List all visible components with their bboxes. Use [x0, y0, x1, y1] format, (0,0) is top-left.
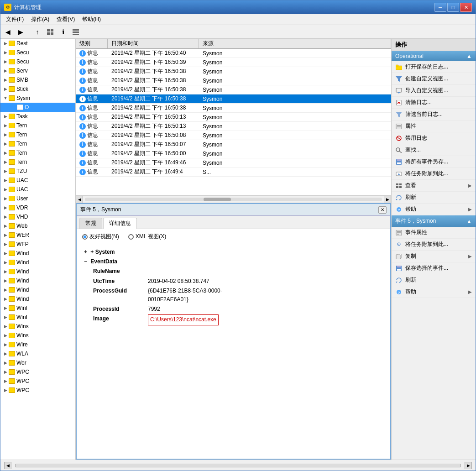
tree-item-winl[interactable]: ▶ Winl	[0, 304, 75, 313]
tree-item-wind6[interactable]: ▶ Wind	[0, 294, 75, 304]
action-import-custom-view[interactable]: 导入自定义视图...	[392, 85, 476, 97]
horizontal-scrollbar[interactable]: ◀ ▶	[76, 195, 391, 203]
action-create-custom-view[interactable]: 创建自定义视图...	[392, 73, 476, 85]
tab-general[interactable]: 常规	[79, 218, 102, 229]
status-scroll-track[interactable]	[15, 464, 461, 467]
table-row[interactable]: i信息 2019/4/2 星期二 下午 16:49:4 S...	[76, 167, 391, 177]
eventdata-node: − EventData	[84, 257, 383, 266]
tree-item-wind3[interactable]: ▶ Wind	[0, 267, 75, 276]
tree-item-wind4[interactable]: ▶ Wind	[0, 276, 75, 285]
tree-item-stick[interactable]: ▶ Stick	[0, 84, 75, 94]
hscroll-right-btn[interactable]: ▶	[384, 196, 391, 203]
tree-item-uac2[interactable]: ▶ UAC	[0, 185, 75, 194]
tree-item-wins2[interactable]: ▶ Wins	[0, 331, 75, 340]
expand-system[interactable]: +	[84, 249, 87, 255]
tree-item-tern4[interactable]: ▶ Tern	[0, 148, 75, 157]
show-hide-button[interactable]	[45, 27, 56, 37]
action-properties[interactable]: 属性	[392, 120, 476, 132]
tree-item-web[interactable]: ▶ Web	[0, 221, 75, 230]
tree-item-o[interactable]: O	[0, 103, 75, 112]
action-save-selected-events[interactable]: 保存选择的事件...	[392, 262, 476, 274]
hscroll-thumb[interactable]	[204, 198, 231, 201]
action-help[interactable]: ? 帮助 ▶	[392, 204, 476, 215]
status-scroll-left[interactable]: ◀	[4, 462, 11, 469]
forward-button[interactable]: ▶	[15, 27, 26, 37]
back-button[interactable]: ◀	[2, 27, 13, 37]
action-attach-task-event[interactable]: 将任务附加到此...	[392, 239, 476, 251]
tree-item-vdr[interactable]: ▶ VDR	[0, 203, 75, 212]
detail-close-button[interactable]: ✕	[378, 206, 387, 214]
tree-item-tern5[interactable]: ▶ Tern	[0, 157, 75, 167]
radio-xml[interactable]: XML 视图(X)	[128, 233, 167, 241]
tree-item-wfp[interactable]: ▶ WFP	[0, 240, 75, 249]
menu-view[interactable]: 查看(V)	[53, 15, 78, 24]
tree-item-wind1[interactable]: ▶ Wind	[0, 249, 75, 258]
tree-item-wpc2[interactable]: ▶ WPC	[0, 377, 75, 386]
action-event-properties[interactable]: 事件属性	[392, 227, 476, 239]
action-save-all-events[interactable]: 将所有事件另存...	[392, 156, 476, 168]
expand-eventdata[interactable]: −	[84, 258, 87, 265]
tree-item-wpc1[interactable]: ▶ WPC	[0, 367, 75, 377]
menu-help[interactable]: 帮助(H)	[78, 15, 105, 24]
up-button[interactable]: ↑	[32, 27, 43, 37]
table-row[interactable]: i信息 2019/4/2 星期二 下午 16:50:38 Sysmon	[76, 104, 391, 113]
tree-item-wire[interactable]: ▶ Wire	[0, 340, 75, 349]
tree-item-wind5[interactable]: ▶ Wind	[0, 285, 75, 294]
tree-item-user[interactable]: ▶ User	[0, 194, 75, 203]
action-attach-task[interactable]: 将任务附加到此...	[392, 168, 476, 180]
table-row[interactable]: i信息 2019/4/2 星期二 下午 16:50:38 Sysmon	[76, 76, 391, 85]
action-clear-log[interactable]: 清除日志...	[392, 97, 476, 109]
action-refresh[interactable]: 刷新	[392, 192, 476, 204]
table-row[interactable]: i信息 2019/4/2 星期二 下午 16:50:08 Sysmon	[76, 131, 391, 140]
table-row[interactable]: i信息 2019/4/2 星期二 下午 16:50:38 Sysmon	[76, 85, 391, 94]
menu-file[interactable]: 文件(F)	[2, 15, 27, 24]
tree-item-task[interactable]: ▶ Task	[0, 112, 75, 121]
table-row[interactable]: i信息 2019/4/2 星期二 下午 16:50:13 Sysmon	[76, 122, 391, 131]
action-find[interactable]: 查找...	[392, 144, 476, 156]
table-row[interactable]: i信息 2019/4/2 星期二 下午 16:49:46 Sysmon	[76, 158, 391, 167]
table-row[interactable]: i信息 2019/4/2 星期二 下午 16:50:13 Sysmon	[76, 113, 391, 122]
tree-item-wor[interactable]: ▶ Wor	[0, 358, 75, 367]
tree-item-sysm[interactable]: ▼ Sysm	[0, 94, 75, 103]
table-row[interactable]: i信息 2019/4/2 星期二 下午 16:50:40 Sysmon	[76, 49, 391, 58]
radio-friendly[interactable]: 友好视图(N)	[82, 233, 119, 241]
table-row[interactable]: i信息 2019/4/2 星期二 下午 16:50:07 Sysmon	[76, 140, 391, 149]
tree-item-wla[interactable]: ▶ WLA	[0, 349, 75, 358]
tree-item-wins1[interactable]: ▶ Wins	[0, 322, 75, 331]
minimize-button[interactable]: ─	[434, 3, 446, 12]
table-row[interactable]: i信息 2019/4/2 星期二 下午 16:50:00 Sysmon	[76, 149, 391, 158]
tree-item-wini[interactable]: ▶ WinI	[0, 313, 75, 322]
action-copy[interactable]: 复制 ▶	[392, 251, 476, 262]
close-button[interactable]: ✕	[460, 3, 472, 12]
info-button[interactable]: ℹ	[58, 27, 68, 37]
tree-item-tern2[interactable]: ▶ Tern	[0, 130, 75, 139]
view-button[interactable]	[70, 27, 81, 37]
tree-item-wer[interactable]: ▶ WER	[0, 230, 75, 240]
tree-item-serv[interactable]: ▶ Serv	[0, 66, 75, 75]
action-refresh-event[interactable]: 刷新	[392, 274, 476, 286]
action-filter-log[interactable]: 筛选当前日志...	[392, 109, 476, 120]
tree-item-wind2[interactable]: ▶ Wind	[0, 258, 75, 267]
maximize-button[interactable]: □	[447, 3, 459, 12]
menu-action[interactable]: 操作(A)	[27, 15, 53, 24]
tree-item-rest[interactable]: ▶ Rest	[0, 39, 75, 48]
tree-item-secu2[interactable]: ▶ Secu	[0, 57, 75, 66]
tree-item-tzu[interactable]: ▶ TZU	[0, 167, 75, 176]
table-row[interactable]: i信息 2019/4/2 星期二 下午 16:50:39 Sysmon	[76, 58, 391, 67]
status-scroll-right[interactable]: ▶	[465, 462, 472, 469]
table-row[interactable]: i信息 2019/4/2 星期二 下午 16:50:38 Sysmon	[76, 67, 391, 76]
tree-item-wpc3[interactable]: ▶ WPC	[0, 386, 75, 395]
tree-item-uac1[interactable]: ▶ UAC	[0, 176, 75, 185]
tab-detail[interactable]: 详细信息	[103, 218, 137, 229]
table-row-selected[interactable]: i信息 2019/4/2 星期二 下午 16:50:38 Sysmon	[76, 94, 391, 104]
action-help-event[interactable]: ? 帮助 ▶	[392, 286, 476, 298]
tree-item-vhd[interactable]: ▶ VHD	[0, 212, 75, 221]
action-disable-log[interactable]: 禁用日志	[392, 132, 476, 144]
hscroll-left-btn[interactable]: ◀	[76, 196, 83, 203]
action-open-saved-log[interactable]: 打开保存的日志...	[392, 61, 476, 73]
action-view[interactable]: 查看 ▶	[392, 180, 476, 192]
tree-item-tern3[interactable]: ▶ Tern	[0, 139, 75, 148]
tree-item-smb[interactable]: ▶ SMB	[0, 75, 75, 84]
tree-item-secu1[interactable]: ▶ Secu	[0, 48, 75, 57]
tree-item-tern1[interactable]: ▶ Tern	[0, 121, 75, 130]
